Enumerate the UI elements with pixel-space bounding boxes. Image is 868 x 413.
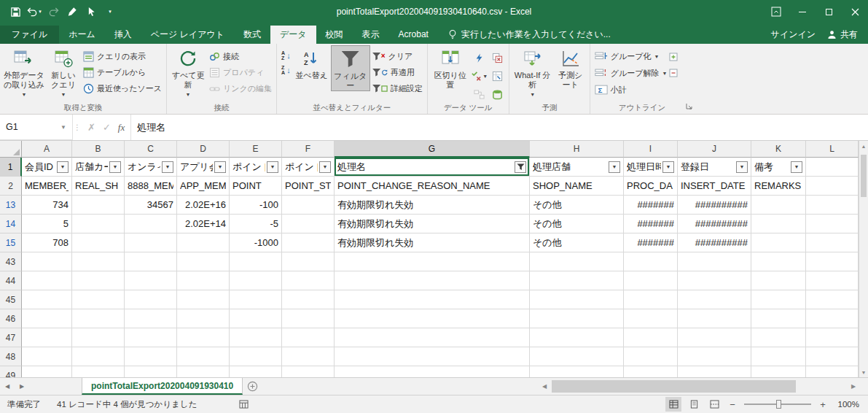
cell-H15[interactable]: その他 [530,233,624,252]
cell-A45[interactable] [22,290,72,309]
cell-E45[interactable] [230,290,282,309]
cell-A46[interactable] [22,309,72,328]
cell-J46[interactable] [678,309,751,328]
cell-D48[interactable] [177,347,230,366]
cell-I15[interactable]: ####### [624,233,678,252]
insert-function-button[interactable]: fx [118,122,125,134]
cell-B15[interactable] [72,233,125,252]
cell-L44[interactable] [806,271,859,290]
row-header-43[interactable]: 43 [0,252,22,271]
cell-A15[interactable]: 708 [22,233,72,252]
cell-F2[interactable]: POINT_ST [282,177,335,196]
what-if-analysis-button[interactable]: What-If 分析 ▼ [512,45,554,99]
cell-C46[interactable] [125,309,177,328]
tab-insert[interactable]: 挿入 [105,26,141,44]
filter-dropdown-button-C[interactable]: ▼ [162,161,173,173]
cell-E44[interactable] [230,271,282,290]
cell-F48[interactable] [282,347,335,366]
data-validation-button[interactable]: ▼ [471,67,488,85]
cell-B49[interactable] [72,366,125,377]
cell-H45[interactable] [530,290,624,309]
cell-B2[interactable]: REAL_SH [72,177,125,196]
ungroup-button[interactable]: グループ解除 ▼ [593,66,670,80]
cell-E2[interactable]: POINT [230,177,282,196]
name-box-splitter[interactable]: ⋮ [73,115,82,140]
cell-G47[interactable] [335,328,530,347]
cell-C48[interactable] [125,347,177,366]
cell-E47[interactable] [230,328,282,347]
formula-input[interactable]: 処理名 [131,115,868,140]
column-header-B[interactable]: B [72,141,125,158]
cell-K15[interactable] [751,233,806,252]
column-header-I[interactable]: I [624,141,678,158]
cell-J48[interactable] [678,347,751,366]
cell-H13[interactable]: その他 [530,196,624,215]
tab-review[interactable]: 校閲 [316,26,353,44]
vertical-scroll-thumb[interactable] [861,155,867,197]
cell-I46[interactable] [624,309,678,328]
cell-H46[interactable] [530,309,624,328]
row-header-46[interactable]: 46 [0,309,22,328]
sort-ascending-button[interactable]: AZ↓ [279,50,293,61]
cell-K45[interactable] [751,290,806,309]
scroll-left-arrow[interactable]: ◀ [539,383,550,390]
cell-L43[interactable] [806,252,859,271]
cell-B43[interactable] [72,252,125,271]
filter-dropdown-button-H[interactable]: ▼ [609,161,620,173]
properties-button[interactable]: プロパティ [207,66,274,79]
column-header-F[interactable]: F [282,141,335,158]
new-query-button[interactable]: 新しいクエリ ▼ [46,45,81,99]
vertical-scrollbar[interactable]: ▲ ▼ [859,141,868,377]
tab-file[interactable]: ファイル [0,26,59,44]
filter-dropdown-button-D[interactable]: ▼ [214,161,226,173]
show-detail-button[interactable] [669,51,678,64]
view-normal-button[interactable] [665,397,681,412]
row-header-2[interactable]: 2 [0,177,22,196]
row-header-44[interactable]: 44 [0,271,22,290]
filter-funnel-button-G[interactable] [515,161,526,173]
cell-G44[interactable] [335,271,530,290]
cell-A48[interactable] [22,347,72,366]
cell-H14[interactable]: その他 [530,215,624,233]
cell-B1[interactable]: 店舗カー▼ [72,158,125,177]
cell-D15[interactable] [177,233,230,252]
row-header-1[interactable]: 1 [0,158,22,177]
column-header-D[interactable]: D [177,141,230,158]
row-header-13[interactable]: 13 [0,196,22,215]
cell-A43[interactable] [22,252,72,271]
flash-fill-button[interactable] [471,49,488,66]
macro-record-icon[interactable] [197,400,249,409]
cell-H49[interactable] [530,366,624,377]
column-header-H[interactable]: H [530,141,624,158]
cell-C47[interactable] [125,328,177,347]
cell-F47[interactable] [282,328,335,347]
cell-C43[interactable] [125,252,177,271]
filter-button[interactable]: フィルター [331,45,370,91]
cell-D1[interactable]: アプリ会▼ [177,158,230,177]
cell-J2[interactable]: INSERT_DATE [678,177,751,196]
cell-L2[interactable] [806,177,859,196]
cell-G48[interactable] [335,347,530,366]
cell-C44[interactable] [125,271,177,290]
cell-D13[interactable]: 2.02E+16 [177,196,230,215]
cell-K46[interactable] [751,309,806,328]
tell-me-box[interactable]: 実行したい作業を入力してください... [441,26,618,44]
cell-C13[interactable]: 34567 [125,196,177,215]
cell-I47[interactable] [624,328,678,347]
cursor-select-button[interactable] [83,4,99,20]
cell-G46[interactable] [335,309,530,328]
cell-F1[interactable]: ポイント▼ [282,158,335,177]
cell-J49[interactable] [678,366,751,377]
sort-descending-button[interactable]: ZA↓ [279,64,293,76]
zoom-in-button[interactable]: + [817,399,829,410]
redo-button[interactable] [45,4,61,20]
remove-duplicates-button[interactable] [489,49,507,66]
cell-I45[interactable] [624,290,678,309]
refresh-all-button[interactable]: すべて更新 ▼ [169,45,207,99]
cell-F14[interactable] [282,215,335,233]
cell-G43[interactable] [335,252,530,271]
cell-K43[interactable] [751,252,806,271]
row-header-48[interactable]: 48 [0,347,22,366]
cell-E13[interactable]: -100 [230,196,282,215]
sign-in-button[interactable]: サインイン [771,28,816,41]
